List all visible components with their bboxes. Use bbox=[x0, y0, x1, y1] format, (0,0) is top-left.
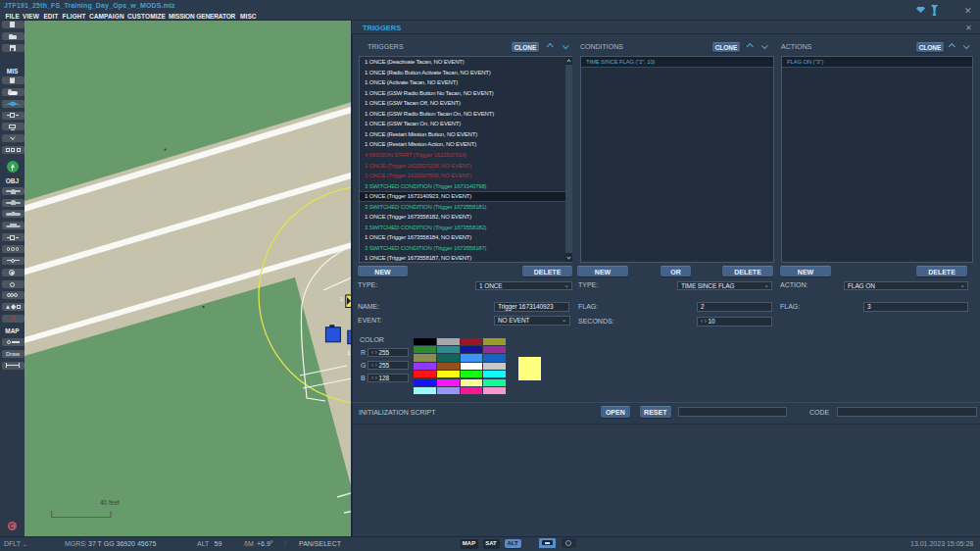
svg-text:40 feet: 40 feet bbox=[100, 499, 120, 506]
